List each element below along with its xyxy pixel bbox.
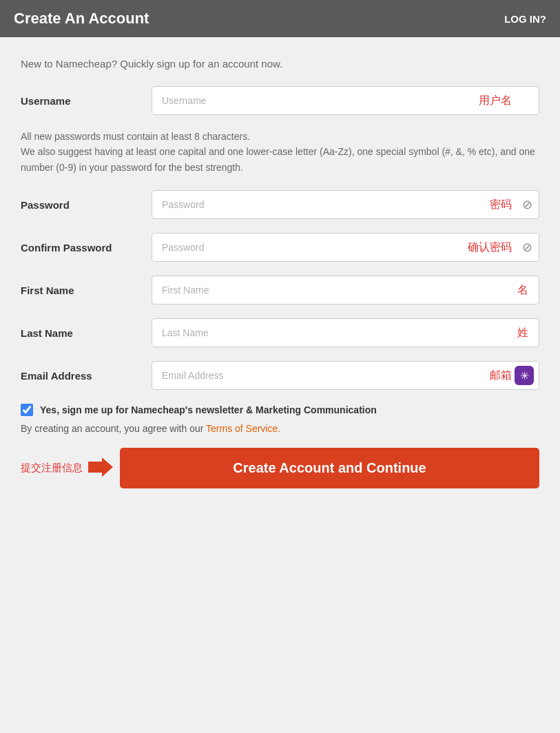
last-name-input[interactable] [152,318,539,347]
password-input-wrap: 密码 ⊘ [152,190,539,219]
newsletter-label[interactable]: Yes, sign me up for Namecheap's newslett… [40,404,377,415]
first-name-row: First Name 名 [21,276,539,304]
password-row: Password 密码 ⊘ [21,190,539,219]
header: Create An Account LOG IN? [0,0,560,37]
page-title: Create An Account [14,10,149,28]
newsletter-checkbox[interactable] [21,404,33,416]
subtitle-text: New to Namecheap? Quickly sign up for an… [21,58,539,70]
submit-button[interactable]: Create Account and Continue [120,448,539,488]
arrow-icon [88,457,113,479]
username-input-wrap: 用户名 [152,86,539,115]
email-input[interactable] [152,361,539,390]
confirm-password-row: Confirm Password 确认密码 ⊘ [21,233,539,262]
username-row: Username 用户名 [21,86,539,115]
password-input[interactable] [152,190,539,219]
last-name-row: Last Name 姓 [21,318,539,347]
svg-marker-0 [88,457,113,477]
password-hint: All new passwords must contain at least … [21,129,539,175]
confirm-password-input[interactable] [152,233,539,262]
email-row: Email Address 邮箱 ✳ [21,361,539,390]
terms-row: By creating an account, you agree with o… [21,423,539,434]
confirm-password-input-wrap: 确认密码 ⊘ [152,233,539,262]
login-link[interactable]: LOG IN? [504,13,546,25]
main-content: New to Namecheap? Quickly sign up for an… [0,37,560,516]
email-input-wrap: 邮箱 ✳ [152,361,539,390]
first-name-label: First Name [21,285,152,296]
submit-annotation: 提交注册信息 [21,462,83,475]
email-label: Email Address [21,370,152,382]
password-label: Password [21,199,152,211]
username-input[interactable] [152,86,539,115]
last-name-input-wrap: 姓 [152,318,539,347]
terms-prefix: By creating an account, you agree with o… [21,423,206,434]
first-name-input[interactable] [152,276,539,304]
first-name-input-wrap: 名 [152,276,539,304]
terms-link[interactable]: Terms of Service. [206,423,280,434]
confirm-password-label: Confirm Password [21,242,152,254]
username-label: Username [21,95,152,107]
last-name-label: Last Name [21,327,152,339]
newsletter-row: Yes, sign me up for Namecheap's newslett… [21,404,539,416]
submit-row: 提交注册信息 Create Account and Continue [21,448,539,488]
